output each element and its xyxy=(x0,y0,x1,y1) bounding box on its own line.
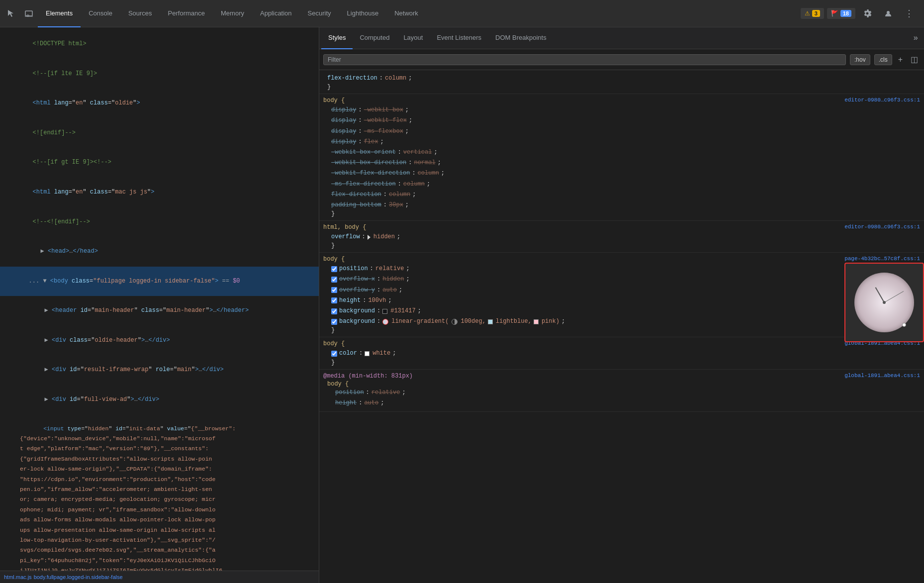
tab-elements[interactable]: Elements xyxy=(38,0,81,27)
prop-height-media: height: auto; xyxy=(323,398,920,408)
input-value-14: iJIUzI1NiJ9.eyJyZXNvdXJjZJjZSI6ImFuYWx5d… xyxy=(0,566,319,571)
tab-layout[interactable]: Layout xyxy=(396,27,430,49)
prop-webkit-box-orient: -webkit-box-orient: vertical; xyxy=(323,147,920,158)
endif-line2: <!--<![endif]--> xyxy=(0,207,319,237)
comment-ie9-line: <!--[if lte IE 9]> xyxy=(0,59,319,89)
cls-button[interactable]: .cls xyxy=(874,54,892,65)
tab-memory[interactable]: Memory xyxy=(213,0,252,27)
white-color-swatch[interactable] xyxy=(365,351,370,356)
input-value-4: er-lock allow-same-origin"},"__CPDATA":{… xyxy=(0,464,319,474)
html-oldie-line: <html lang="en" class="oldie"> xyxy=(0,89,319,118)
prop-color-checkbox[interactable] xyxy=(331,351,337,357)
prop-overflow-x-checkbox[interactable] xyxy=(331,277,337,283)
main-tab-list: Elements Console Sources Performance Mem… xyxy=(38,0,801,27)
lightblue-swatch[interactable] xyxy=(488,319,493,324)
elements-content[interactable]: <!DOCTYPE html> <!--[if lte IE 9]> <html… xyxy=(0,27,319,571)
elements-panel: <!DOCTYPE html> <!--[if lte IE 9]> <html… xyxy=(0,27,319,583)
prop-background-color-checkbox[interactable] xyxy=(331,308,337,314)
overflow-expand-icon[interactable] xyxy=(368,235,370,240)
toggle-sidebar-button[interactable]: ◫ xyxy=(909,54,920,65)
endif-line1: <![endif]--> xyxy=(0,118,319,148)
prop-overflow: overflow: hidden; xyxy=(323,232,920,242)
tab-event-listeners[interactable]: Event Listeners xyxy=(430,27,488,49)
main-area: <!DOCTYPE html> <!--[if lte IE 9]> <html… xyxy=(0,27,924,583)
prop-height-checkbox[interactable] xyxy=(331,297,337,303)
tab-dom-breakpoints[interactable]: DOM Breakpoints xyxy=(488,27,554,49)
prop-overflow-y-checkbox[interactable] xyxy=(331,287,337,293)
comment-gt-ie9-line: <!--[if gt IE 9]><!--> xyxy=(0,148,319,178)
tab-sources[interactable]: Sources xyxy=(120,0,160,27)
color-picker-wheel[interactable] xyxy=(854,273,914,332)
tab-lighthouse[interactable]: Lighthouse xyxy=(339,0,387,27)
css-source-body-page[interactable]: page-4b32bc…57c8f.css:1 xyxy=(844,256,920,262)
tab-styles[interactable]: Styles xyxy=(321,27,353,49)
input-value-8: ophone; midi; payment; vr","iframe_sandb… xyxy=(0,505,319,515)
css-source-media[interactable]: global-1891…abea4.css:1 xyxy=(844,373,920,379)
cursor-tool-button[interactable] xyxy=(2,4,20,22)
color-picker-hour-hand xyxy=(875,287,885,302)
prop-overflow-x: overflow-x: hidden; xyxy=(323,274,920,285)
warning-badge-button[interactable]: ⚠ 3 xyxy=(801,8,824,19)
styles-panel: Styles Computed Layout Event Listeners D… xyxy=(319,27,924,583)
css-rule-inherited: flex-direction: column; } xyxy=(319,70,924,94)
prop-position-checkbox[interactable] xyxy=(331,266,337,272)
hov-button[interactable]: :hov xyxy=(850,54,870,65)
device-emulation-button[interactable] xyxy=(20,4,38,22)
prop-webkit-box-direction: -webkit-box-direction: normal; xyxy=(323,158,920,168)
prop-background-gradient: background: linear-gradient( 100deg, lig… xyxy=(323,316,920,327)
more-options-button[interactable]: ⋮ xyxy=(900,4,918,22)
oldie-header-line[interactable]: ▶ <div class="oldie-header">…</div> xyxy=(0,326,319,356)
add-style-button[interactable]: + xyxy=(896,54,905,65)
background-color-swatch[interactable] xyxy=(382,309,387,314)
result-iframe-line[interactable]: ▶ <div id="result-iframe-wrap" role="mai… xyxy=(0,355,319,385)
tab-console[interactable]: Console xyxy=(81,0,120,27)
breadcrumb-html[interactable]: html.mac.js xyxy=(4,574,32,580)
head-line[interactable]: ▶ <head>…</head> xyxy=(0,237,319,267)
full-view-ad-line[interactable]: ▶ <div id="full-view-ad">…</div> xyxy=(0,385,319,415)
prop-flex-direction-body1: flex-direction: column; xyxy=(323,190,920,200)
prop-background-gradient-checkbox[interactable] xyxy=(331,319,337,325)
gradient-swatch[interactable] xyxy=(382,319,388,325)
input-value-12: svgs/compiled/svgs.dee7eb02.svg","__stre… xyxy=(0,545,319,555)
css-rule-html-body: html, body { editor-0980…c96f3.css:1 ove… xyxy=(319,221,924,253)
warning-count: 3 xyxy=(812,10,820,17)
color-picker-cursor xyxy=(902,323,906,327)
styles-filter-input[interactable] xyxy=(323,54,846,65)
css-source-body1[interactable]: editor-0980…c96f3.css:1 xyxy=(844,97,920,103)
prop-display-flex: display: flex; xyxy=(323,137,920,147)
input-hidden-line[interactable]: <input type="hidden" id="init-data" valu… xyxy=(0,414,319,434)
prop-position-media: position: relative; xyxy=(323,388,920,398)
gradient-angle-icon[interactable] xyxy=(452,319,458,325)
input-value-1: {"device":"unknown_device","mobile":null… xyxy=(0,434,319,444)
tab-computed[interactable]: Computed xyxy=(353,27,396,49)
prop-display-webkit-flex: display: -webkit-flex; xyxy=(323,115,920,126)
tab-security[interactable]: Security xyxy=(300,0,339,27)
doctype-line: <!DOCTYPE html> xyxy=(0,29,319,59)
header-line[interactable]: ▶ <header id="main-header" class="main-h… xyxy=(0,296,319,326)
css-selector-body1: body { xyxy=(323,97,345,104)
color-picker-minute-hand xyxy=(884,291,904,302)
settings-button[interactable] xyxy=(858,4,876,22)
tab-performance[interactable]: Performance xyxy=(160,0,213,27)
breadcrumb-body[interactable]: body.fullpage.logged-in.sidebar-false xyxy=(34,574,123,580)
html-mac-line[interactable]: <html lang="en" class="mac js js"> xyxy=(0,178,319,207)
tab-application[interactable]: Application xyxy=(252,0,300,27)
styles-tabs: Styles Computed Layout Event Listeners D… xyxy=(319,27,924,49)
user-feedback-button[interactable] xyxy=(879,4,897,22)
prop-display-ms-flexbox: display: -ms-flexbox; xyxy=(323,126,920,137)
input-value-5: "https://cdpn.io","environment":"product… xyxy=(0,475,319,485)
css-prop-flex-direction-inherited: flex-direction: column; xyxy=(323,73,920,84)
body-selected-line[interactable]: ... ▼ <body class="fullpage logged-in si… xyxy=(0,267,319,296)
css-rule-header-body1: body { editor-0980…c96f3.css:1 xyxy=(323,97,920,104)
info-badge-button[interactable]: 🚩 18 xyxy=(827,8,855,19)
input-value-3: {"gridIframeSandboxAttributes":"allow-sc… xyxy=(0,454,319,464)
color-picker-overlay[interactable] xyxy=(844,263,924,342)
prop-background-color: background: #131417; xyxy=(323,306,920,316)
prop-ms-flex-direction: -ms-flex-direction: column; xyxy=(323,179,920,190)
styles-tabs-more-button[interactable]: » xyxy=(909,34,922,43)
pink-swatch[interactable] xyxy=(534,319,539,324)
css-source-html-body[interactable]: editor-0980…c96f3.css:1 xyxy=(844,224,920,230)
breadcrumb-bar: html.mac.js body.fullpage.logged-in.side… xyxy=(0,571,319,583)
color-picker-center-dot xyxy=(883,301,886,304)
tab-network[interactable]: Network xyxy=(386,0,426,27)
